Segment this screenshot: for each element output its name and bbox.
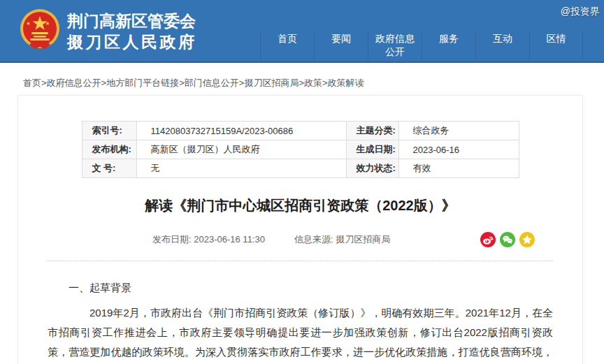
nav-label: 政府信息公开 bbox=[374, 32, 416, 59]
issuing-agency-value: 高新区（掇刀区）人民政府 bbox=[136, 140, 346, 159]
nav-item-home[interactable]: 首页 bbox=[260, 31, 314, 60]
info-source: 信息来源: 掇刀区招商局 bbox=[294, 233, 390, 246]
table-row: 发布机构: 高新区（掇刀区）人民政府 生成日期: 2023-06-16 bbox=[82, 140, 519, 159]
site-title-line1: 荆门高新区管委会 bbox=[67, 10, 197, 31]
nav-label: 首页 bbox=[278, 33, 297, 44]
table-row: 索引号: 11420803732715159A/2023-00686 主题分类:… bbox=[82, 122, 519, 140]
section-heading: 一、起草背景 bbox=[69, 278, 553, 298]
site-title-line2: 掇刀区人民政府 bbox=[67, 31, 197, 52]
qzone-star-icon[interactable] bbox=[519, 232, 535, 247]
nav-item-district[interactable]: 区情 bbox=[529, 31, 583, 60]
doc-number-value: 无 bbox=[136, 159, 346, 178]
share-buttons bbox=[480, 232, 535, 247]
index-number-label: 索引号: bbox=[82, 122, 136, 140]
breadcrumb-gov-info[interactable]: 政府信息公开 bbox=[47, 78, 107, 88]
issuing-agency-label: 发布机构: bbox=[82, 140, 136, 159]
breadcrumb-home[interactable]: 首页 bbox=[23, 78, 47, 88]
breadcrumb-platform-links[interactable]: 地方部门平台链接 bbox=[106, 78, 185, 88]
national-emblem-icon bbox=[20, 8, 60, 54]
breadcrumb-policy-interpretation[interactable]: 政策解读 bbox=[328, 78, 364, 88]
topic-category-value: 综合政务 bbox=[398, 122, 519, 140]
doc-number-label: 文 号: bbox=[82, 159, 136, 178]
topic-category-label: 主题分类: bbox=[346, 122, 398, 140]
creation-date-label: 生成日期: bbox=[346, 140, 398, 159]
site-header: 荆门高新区管委会 掇刀区人民政府 首页 要闻 政府信息公开 服务 互动 区情 @… bbox=[0, 0, 604, 63]
validity-status-label: 效力状态: bbox=[346, 159, 398, 178]
table-row: 文 号: 无 效力状态: 有效 bbox=[82, 159, 519, 178]
nav-label: 区情 bbox=[547, 33, 566, 44]
content-card: 索引号: 11420803732715159A/2023-00686 主题分类:… bbox=[17, 95, 583, 364]
nav-item-interaction[interactable]: 互动 bbox=[475, 31, 529, 60]
nav-item-news[interactable]: 要闻 bbox=[314, 31, 368, 60]
info-source-label: 信息来源: bbox=[294, 234, 333, 245]
publish-date-value: 2023-06-16 11:30 bbox=[194, 234, 265, 245]
nav-item-services[interactable]: 服务 bbox=[422, 31, 475, 60]
index-number-value: 11420803732715159A/2023-00686 bbox=[136, 122, 346, 140]
creation-date-value: 2023-06-16 bbox=[398, 140, 519, 159]
main-nav: 首页 要闻 政府信息公开 服务 互动 区情 bbox=[260, 31, 583, 60]
validity-status-value: 有效 bbox=[398, 159, 519, 178]
publish-date-label: 发布日期: bbox=[152, 234, 192, 245]
info-source-value: 掇刀区招商局 bbox=[336, 234, 390, 245]
weibo-icon[interactable] bbox=[480, 232, 496, 247]
document-meta-table: 索引号: 11420803732715159A/2023-00686 主题分类:… bbox=[82, 121, 519, 178]
article-body: 一、起草背景 2019年2月，市政府出台《荆门市招商引资政策（修订版）》，明确有… bbox=[48, 278, 553, 364]
wechat-icon[interactable] bbox=[500, 232, 515, 247]
breadcrumb-bureau[interactable]: 掇刀区招商局 bbox=[244, 78, 304, 88]
site-brand[interactable]: 荆门高新区管委会 掇刀区人民政府 bbox=[20, 8, 197, 54]
breadcrumb: 首页政府信息公开地方部门平台链接部门信息公开掇刀区招商局政策政策解读 bbox=[0, 63, 604, 89]
nav-item-gov-info[interactable]: 政府信息公开 bbox=[368, 31, 422, 60]
publish-date: 发布日期: 2023-06-16 11:30 bbox=[152, 233, 265, 246]
divider bbox=[48, 261, 553, 261]
watermark: @投资界 bbox=[561, 6, 600, 18]
breadcrumb-policy[interactable]: 政策 bbox=[304, 78, 328, 88]
breadcrumb-dept-info[interactable]: 部门信息公开 bbox=[185, 78, 245, 88]
nav-label: 要闻 bbox=[331, 33, 351, 44]
page-title: 解读《荆门市中心城区招商引资政策（2022版）》 bbox=[48, 196, 553, 215]
article-paragraph: 2019年2月，市政府出台《荆门市招商引资政策（修订版）》，明确有效期三年。20… bbox=[48, 303, 553, 364]
nav-label: 服务 bbox=[439, 33, 459, 44]
article-meta-row: 发布日期: 2023-06-16 11:30 信息来源: 掇刀区招商局 bbox=[48, 232, 553, 247]
nav-label: 互动 bbox=[493, 33, 512, 44]
